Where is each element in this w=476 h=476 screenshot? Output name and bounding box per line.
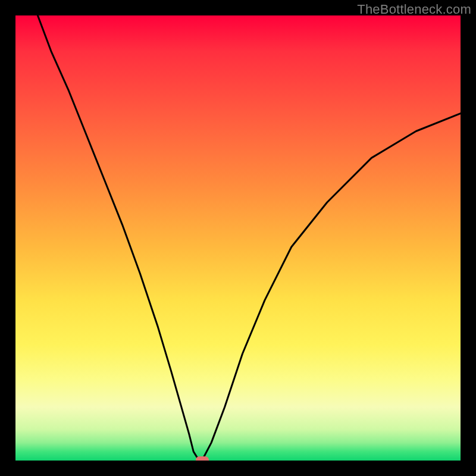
chart-frame: TheBottleneck.com [0, 0, 476, 476]
curve-layer [15, 15, 461, 461]
bottleneck-curve [37, 15, 461, 460]
plot-area [15, 15, 461, 461]
optimal-marker [196, 456, 209, 461]
